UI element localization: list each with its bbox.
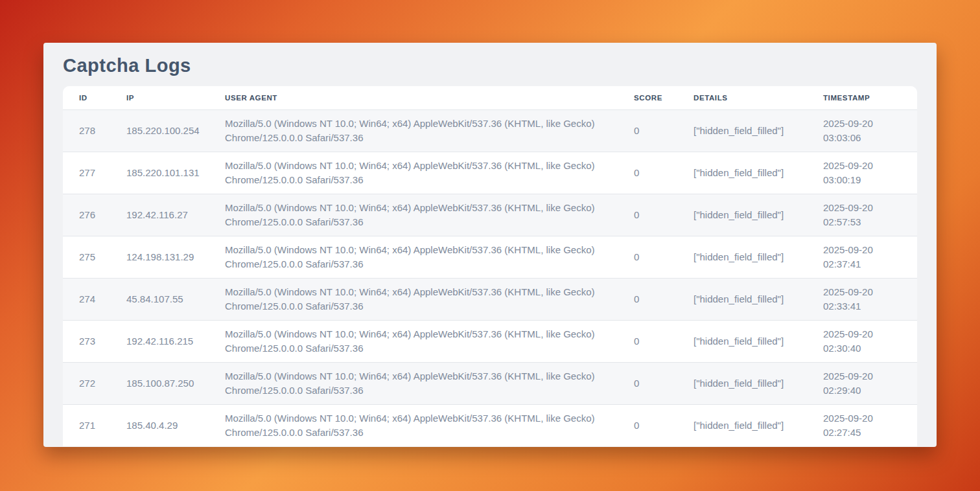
column-header-ip: IP <box>126 86 225 109</box>
cell-user-agent: Mozilla/5.0 (Windows NT 10.0; Win64; x64… <box>225 109 634 152</box>
cell-ip: 185.220.100.254 <box>126 109 225 152</box>
cell-ip: 45.84.107.55 <box>126 278 225 320</box>
cell-details: ["hidden_field_filled"] <box>694 278 823 320</box>
table-header-row: ID IP USER AGENT SCORE DETAILS TIMESTAMP <box>63 86 917 109</box>
cell-score: 0 <box>634 320 694 362</box>
cell-details: ["hidden_field_filled"] <box>694 362 823 404</box>
cell-details: ["hidden_field_filled"] <box>694 404 823 446</box>
table-row: 277 185.220.101.131 Mozilla/5.0 (Windows… <box>63 152 917 194</box>
cell-score: 0 <box>634 278 694 320</box>
cell-user-agent: Mozilla/5.0 (Windows NT 10.0; Win64; x64… <box>225 152 634 194</box>
page-title: Captcha Logs <box>63 53 917 78</box>
cell-id: 276 <box>63 194 126 236</box>
cell-id: 271 <box>63 404 126 446</box>
cell-details: ["hidden_field_filled"] <box>694 194 823 236</box>
cell-score: 0 <box>634 362 694 404</box>
cell-user-agent: Mozilla/5.0 (Windows NT 10.0; Win64; x64… <box>225 194 634 236</box>
cell-score: 0 <box>634 404 694 446</box>
cell-timestamp: 2025-09-20 02:27:45 <box>823 404 917 446</box>
cell-ip: 192.42.116.215 <box>126 320 225 362</box>
table-row: 278 185.220.100.254 Mozilla/5.0 (Windows… <box>63 109 917 152</box>
table-row: 272 185.100.87.250 Mozilla/5.0 (Windows … <box>63 362 917 404</box>
table-body: 278 185.220.100.254 Mozilla/5.0 (Windows… <box>63 109 917 446</box>
cell-id: 275 <box>63 236 126 278</box>
cell-id: 278 <box>63 109 126 152</box>
cell-ip: 185.40.4.29 <box>126 404 225 446</box>
column-header-timestamp: TIMESTAMP <box>823 86 917 109</box>
column-header-user-agent: USER AGENT <box>225 86 634 109</box>
cell-score: 0 <box>634 152 694 194</box>
cell-timestamp: 2025-09-20 02:33:41 <box>823 278 917 320</box>
cell-score: 0 <box>634 109 694 152</box>
table-row: 275 124.198.131.29 Mozilla/5.0 (Windows … <box>63 236 917 278</box>
table-row: 271 185.40.4.29 Mozilla/5.0 (Windows NT … <box>63 404 917 446</box>
cell-timestamp: 2025-09-20 02:30:40 <box>823 320 917 362</box>
captcha-logs-table: ID IP USER AGENT SCORE DETAILS TIMESTAMP… <box>63 86 917 446</box>
cell-id: 272 <box>63 362 126 404</box>
cell-score: 0 <box>634 236 694 278</box>
cell-ip: 192.42.116.27 <box>126 194 225 236</box>
cell-id: 273 <box>63 320 126 362</box>
cell-details: ["hidden_field_filled"] <box>694 152 823 194</box>
cell-timestamp: 2025-09-20 02:57:53 <box>823 194 917 236</box>
cell-user-agent: Mozilla/5.0 (Windows NT 10.0; Win64; x64… <box>225 320 634 362</box>
cell-id: 277 <box>63 152 126 194</box>
captcha-logs-table-container: ID IP USER AGENT SCORE DETAILS TIMESTAMP… <box>63 86 917 446</box>
cell-timestamp: 2025-09-20 02:37:41 <box>823 236 917 278</box>
captcha-logs-card: Captcha Logs ID IP USER AGENT SCORE DETA… <box>43 43 937 447</box>
cell-ip: 124.198.131.29 <box>126 236 225 278</box>
cell-details: ["hidden_field_filled"] <box>694 320 823 362</box>
cell-timestamp: 2025-09-20 03:03:06 <box>823 109 917 152</box>
cell-details: ["hidden_field_filled"] <box>694 236 823 278</box>
cell-user-agent: Mozilla/5.0 (Windows NT 10.0; Win64; x64… <box>225 404 634 446</box>
table-row: 273 192.42.116.215 Mozilla/5.0 (Windows … <box>63 320 917 362</box>
cell-id: 274 <box>63 278 126 320</box>
column-header-score: SCORE <box>634 86 694 109</box>
cell-details: ["hidden_field_filled"] <box>694 109 823 152</box>
table-row: 276 192.42.116.27 Mozilla/5.0 (Windows N… <box>63 194 917 236</box>
cell-user-agent: Mozilla/5.0 (Windows NT 10.0; Win64; x64… <box>225 362 634 404</box>
cell-user-agent: Mozilla/5.0 (Windows NT 10.0; Win64; x64… <box>225 236 634 278</box>
cell-timestamp: 2025-09-20 02:29:40 <box>823 362 917 404</box>
cell-ip: 185.100.87.250 <box>126 362 225 404</box>
table-row: 274 45.84.107.55 Mozilla/5.0 (Windows NT… <box>63 278 917 320</box>
cell-timestamp: 2025-09-20 03:00:19 <box>823 152 917 194</box>
column-header-details: DETAILS <box>694 86 823 109</box>
cell-ip: 185.220.101.131 <box>126 152 225 194</box>
cell-score: 0 <box>634 194 694 236</box>
cell-user-agent: Mozilla/5.0 (Windows NT 10.0; Win64; x64… <box>225 278 634 320</box>
table-header: ID IP USER AGENT SCORE DETAILS TIMESTAMP <box>63 86 917 109</box>
column-header-id: ID <box>63 86 126 109</box>
